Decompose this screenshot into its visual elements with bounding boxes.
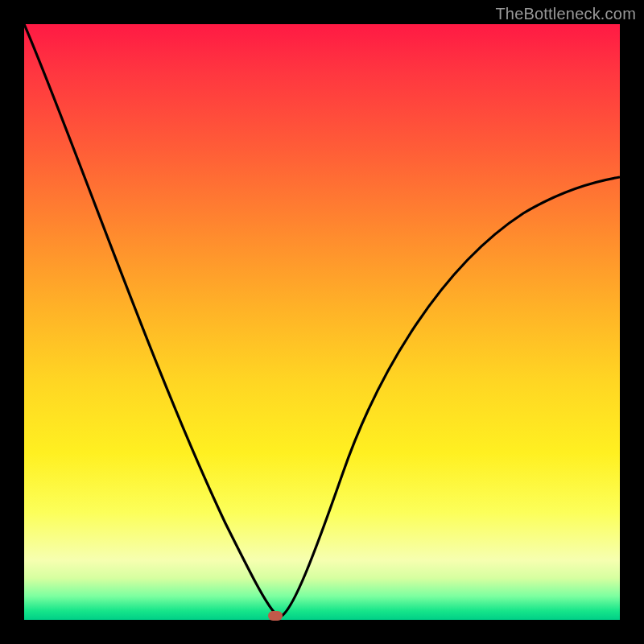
chart-frame: TheBottleneck.com <box>0 0 644 644</box>
bottleneck-curve-path <box>24 24 620 616</box>
curve-svg <box>24 24 620 620</box>
optimal-point-marker <box>268 611 283 621</box>
plot-area <box>24 24 620 620</box>
watermark-text: TheBottleneck.com <box>495 5 636 23</box>
